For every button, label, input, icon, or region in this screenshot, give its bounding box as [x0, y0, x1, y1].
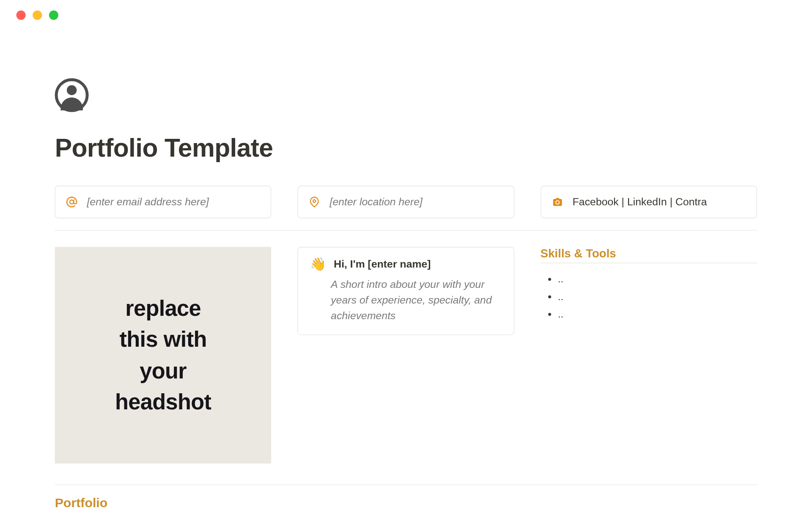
divider — [55, 230, 757, 230]
location-placeholder-text: [enter location here] — [330, 196, 422, 208]
intro-heading: Hi, I'm [enter name] — [334, 258, 431, 271]
headshot-placeholder-text: replacethis withyourheadshot — [115, 293, 211, 417]
intro-body-text: A short intro about your with your years… — [331, 277, 502, 324]
skills-column: Skills & Tools .. .. .. — [540, 247, 757, 326]
close-window-button[interactable] — [16, 11, 26, 20]
location-card[interactable]: [enter location here] — [298, 186, 514, 218]
svg-point-1 — [313, 200, 316, 202]
skills-heading[interactable]: Skills & Tools — [540, 247, 757, 260]
camera-icon — [551, 196, 563, 208]
list-item[interactable]: .. — [558, 274, 757, 286]
list-item[interactable]: .. — [558, 291, 757, 303]
contact-row: [enter email address here] [enter locati… — [55, 186, 757, 218]
intro-card[interactable]: 👋 Hi, I'm [enter name] A short intro abo… — [298, 247, 514, 335]
social-links-text: Facebook | LinkedIn | Contra — [573, 196, 707, 208]
social-card[interactable]: Facebook | LinkedIn | Contra — [540, 186, 757, 218]
divider — [55, 485, 757, 485]
list-item[interactable]: .. — [558, 309, 757, 320]
main-columns: replacethis withyourheadshot 👋 Hi, I'm [… — [55, 247, 757, 464]
page-content: Portfolio Template [enter email address … — [0, 20, 812, 508]
fullscreen-window-button[interactable] — [49, 11, 58, 20]
wave-emoji-icon: 👋 — [310, 258, 326, 271]
page-title[interactable]: Portfolio Template — [55, 133, 757, 162]
headshot-placeholder-image[interactable]: replacethis withyourheadshot — [55, 247, 272, 464]
svg-point-0 — [70, 200, 74, 204]
window-traffic-lights — [0, 0, 812, 20]
page-avatar-icon[interactable] — [55, 78, 89, 112]
at-icon — [66, 196, 78, 208]
portfolio-heading[interactable]: Portfolio — [55, 496, 757, 508]
skills-underline — [540, 263, 757, 263]
location-pin-icon — [309, 196, 321, 208]
minimize-window-button[interactable] — [33, 11, 42, 20]
email-card[interactable]: [enter email address here] — [55, 186, 272, 218]
email-placeholder-text: [enter email address here] — [87, 196, 208, 208]
skills-list[interactable]: .. .. .. — [540, 274, 757, 320]
